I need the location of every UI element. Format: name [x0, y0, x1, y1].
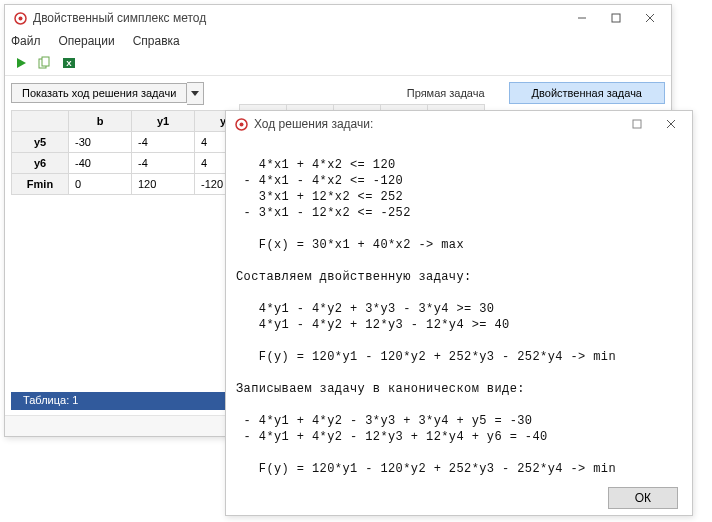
show-progress-split-button[interactable]: Показать ход решения задачи [11, 82, 204, 105]
progress-window: Ход решения задачи: 4*x1 + 4*x2 <= 120 -… [225, 110, 693, 516]
col-header: y1 [132, 111, 195, 132]
row-header: Fmin [12, 174, 69, 195]
show-progress-button-label[interactable]: Показать ход решения задачи [11, 83, 187, 103]
simplex-table: b y1 y2 y5 -30 -4 4 y6 -40 -4 4 Fmin 0 1… [11, 110, 258, 195]
tab-table-1[interactable]: Таблица: 1 [11, 392, 90, 410]
main-titlebar: Двойственный симплекс метод [5, 5, 671, 31]
cell[interactable]: -40 [69, 153, 132, 174]
table-corner [12, 111, 69, 132]
menu-file[interactable]: Файл [9, 32, 43, 50]
svg-marker-6 [17, 58, 26, 68]
progress-text-area[interactable]: 4*x1 + 4*x2 <= 120 - 4*x1 - 4*x2 <= -120… [226, 137, 692, 493]
toolbar: X [5, 51, 671, 76]
excel-icon[interactable]: X [59, 53, 79, 73]
window-buttons [620, 113, 688, 135]
cell[interactable]: -4 [132, 132, 195, 153]
copy-icon[interactable] [35, 53, 55, 73]
menu-help[interactable]: Справка [131, 32, 182, 50]
cell[interactable]: -4 [132, 153, 195, 174]
svg-rect-14 [633, 120, 641, 128]
svg-rect-8 [42, 57, 49, 66]
menu-operations[interactable]: Операции [57, 32, 117, 50]
svg-rect-3 [612, 14, 620, 22]
row-header: y6 [12, 153, 69, 174]
app-icon [234, 117, 248, 131]
svg-marker-11 [191, 91, 199, 96]
app-icon [13, 11, 27, 25]
show-progress-dropdown[interactable] [187, 82, 204, 105]
close-button[interactable] [633, 7, 667, 29]
table-row: y6 -40 -4 4 [12, 153, 258, 174]
main-title: Двойственный симплекс метод [33, 11, 565, 25]
table-header-row: b y1 y2 [12, 111, 258, 132]
col-header: b [69, 111, 132, 132]
cell[interactable]: 120 [132, 174, 195, 195]
dual-task-button[interactable]: Двойственная задача [509, 82, 665, 104]
close-button[interactable] [654, 113, 688, 135]
run-icon[interactable] [11, 53, 31, 73]
cell[interactable]: -30 [69, 132, 132, 153]
svg-point-13 [239, 122, 243, 126]
svg-text:X: X [66, 59, 72, 68]
cell[interactable]: 0 [69, 174, 132, 195]
menu-bar: Файл Операции Справка [5, 31, 671, 51]
progress-title: Ход решения задачи: [254, 117, 620, 131]
maximize-button[interactable] [620, 113, 654, 135]
ok-button[interactable]: ОК [608, 487, 678, 509]
table-row: Fmin 0 120 -120 [12, 174, 258, 195]
svg-point-1 [18, 16, 22, 20]
table-row: y5 -30 -4 4 [12, 132, 258, 153]
row-header: y5 [12, 132, 69, 153]
chevron-down-icon [191, 89, 199, 97]
window-buttons [565, 7, 667, 29]
maximize-button[interactable] [599, 7, 633, 29]
direct-task-label[interactable]: Прямая задача [393, 87, 499, 99]
dialog-button-bar: ОК [608, 487, 678, 509]
progress-text: 4*x1 + 4*x2 <= 120 - 4*x1 - 4*x2 <= -120… [236, 141, 682, 493]
progress-titlebar: Ход решения задачи: [226, 111, 692, 137]
minimize-button[interactable] [565, 7, 599, 29]
